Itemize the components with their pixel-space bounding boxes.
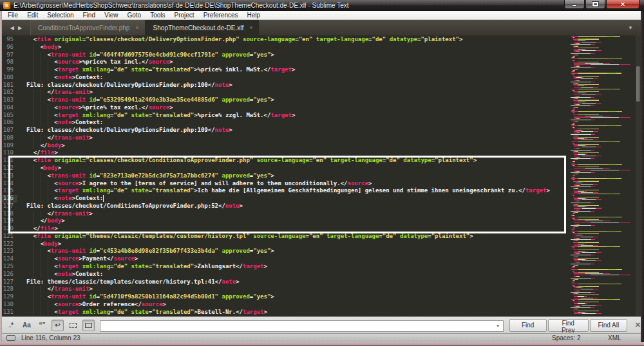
tab-conditionstoapprovefinder.php[interactable]: ConditionsToApproveFinder.php× — [30, 20, 146, 35]
line-number[interactable]: 101 — [2, 82, 17, 89]
code-line[interactable]: 96 <body> — [2, 44, 641, 51]
tab-back-icon[interactable]: ◀ — [10, 25, 14, 31]
tab-nav-arrows[interactable]: ◀▶ — [2, 20, 30, 35]
code-text[interactable]: <target xml:lang="de" state="translated"… — [17, 187, 550, 195]
code-text[interactable]: </trans-unit> — [17, 89, 93, 96]
code-line[interactable]: 125 <target xml:lang="de" state="transla… — [2, 263, 641, 271]
code-text[interactable]: <body> — [17, 165, 61, 172]
code-line[interactable]: 130 <source>Order reference</source> — [2, 301, 641, 309]
code-text[interactable]: <file original="themes/classic/templates… — [17, 233, 473, 241]
code-line[interactable]: 99 <target xml:lang="de" state="translat… — [2, 66, 641, 74]
code-text[interactable]: <note>Context: — [17, 119, 103, 127]
code-text[interactable]: File: themes/classic/templates/customer/… — [17, 278, 240, 286]
line-number[interactable]: 119 — [2, 217, 17, 225]
line-number[interactable]: 124 — [2, 255, 17, 263]
case-sensitive-toggle[interactable]: Aa — [21, 320, 33, 331]
code-line[interactable]: 106 <note>Context: — [2, 119, 641, 127]
minimize-button[interactable] — [564, 0, 585, 9]
code-line[interactable]: 95 <file original="classes/checkout/Deli… — [2, 36, 641, 44]
line-number[interactable]: 106 — [2, 119, 17, 127]
code-line[interactable]: 131 <target xml:lang="de" state="transla… — [2, 309, 641, 316]
line-number[interactable]: 109 — [2, 142, 17, 150]
line-number[interactable]: 98 — [2, 59, 17, 66]
indentation-setting[interactable]: Spaces: 2 — [552, 334, 580, 341]
code-line[interactable]: 114 <source>I agree to the [terms of ser… — [2, 180, 641, 188]
code-line[interactable]: 100 <note>Context: — [2, 74, 641, 82]
scrollbar-thumb[interactable] — [636, 66, 640, 102]
code-text[interactable]: <source>Order reference</source> — [17, 301, 166, 309]
tab-close-icon[interactable]: × — [135, 24, 138, 31]
title-bar[interactable]: S E:\Arbeit\grosser\MedHerbsShopSchweiz\… — [0, 0, 644, 11]
line-number[interactable]: 128 — [2, 286, 17, 293]
code-text[interactable]: </file> — [17, 225, 58, 233]
line-number[interactable]: 114 — [2, 180, 17, 188]
code-line[interactable]: 101File: classes/checkout/DeliveryOption… — [2, 82, 641, 89]
code-line[interactable]: 116 <note>Context: — [2, 195, 641, 203]
code-text[interactable]: <trans-unit id="823e713a0e72b5dc3d75a71a… — [17, 172, 274, 180]
code-line[interactable]: 111 <file original="classes/checkout/Con… — [2, 157, 641, 165]
find-prev-button[interactable]: Find Prev — [548, 319, 589, 332]
menu-file[interactable]: File — [3, 11, 23, 20]
code-text[interactable]: <target xml:lang="de" state="translated"… — [17, 112, 295, 120]
code-line[interactable]: 128 </trans-unit> — [2, 286, 641, 293]
code-line[interactable]: 118 </trans-unit> — [2, 210, 641, 218]
tab-forward-icon[interactable]: ▶ — [18, 25, 22, 31]
code-line[interactable]: 121 <file original="themes/classic/templ… — [2, 233, 641, 241]
tab-overflow-icon[interactable]: ▼ — [628, 25, 633, 31]
code-line[interactable]: 117File: classes/checkout/ConditionsToAp… — [2, 203, 641, 210]
code-text[interactable]: <file original="classes/checkout/Conditi… — [17, 157, 477, 165]
code-text[interactable]: <source>Payment</source> — [17, 255, 138, 263]
line-number[interactable]: 123 — [2, 248, 17, 255]
code-line[interactable]: 112 <body> — [2, 165, 641, 172]
find-button[interactable]: Find — [509, 319, 547, 332]
code-line[interactable]: 127File: themes/classic/templates/custom… — [2, 278, 641, 286]
code-line[interactable]: 110 </file> — [2, 149, 641, 157]
wrap-toggle[interactable]: ↩ — [52, 320, 64, 331]
code-text[interactable]: <note>Context: — [17, 195, 103, 203]
find-panel-close-icon[interactable]: ✕ — [635, 321, 641, 329]
line-number[interactable]: 112 — [2, 165, 17, 172]
menu-find[interactable]: Find — [79, 11, 100, 20]
code-line[interactable]: 119 </body> — [2, 217, 641, 225]
line-number[interactable]: 125 — [2, 263, 17, 271]
line-number[interactable]: 120 — [2, 225, 17, 233]
line-number[interactable]: 115 — [2, 187, 17, 195]
line-number[interactable]: 126 — [2, 271, 17, 278]
scrollbar-track[interactable] — [636, 35, 641, 316]
panel-toggle-icon[interactable] — [6, 335, 15, 341]
code-line[interactable]: 126 <note>Context: — [2, 271, 641, 278]
line-number[interactable]: 105 — [2, 112, 17, 120]
code-line[interactable]: 124 <source>Payment</source> — [2, 255, 641, 263]
line-number[interactable]: 102 — [2, 89, 17, 96]
code-text[interactable]: </trans-unit> — [17, 286, 93, 293]
line-number[interactable]: 121 — [2, 233, 17, 241]
line-number[interactable]: 107 — [2, 127, 17, 134]
line-number[interactable]: 127 — [2, 278, 17, 286]
code-text[interactable]: <source>%price% tax incl.</source> — [17, 59, 173, 66]
code-line[interactable]: 104 <source>%price% tax excl.</source> — [2, 104, 641, 112]
code-line[interactable]: 113 <trans-unit id="823e713a0e72b5dc3d75… — [2, 172, 641, 180]
code-line[interactable]: 115 <target xml:lang="de" state="transla… — [2, 187, 641, 195]
menu-project[interactable]: Project — [170, 11, 199, 20]
code-line[interactable]: 105 <target xml:lang="de" state="transla… — [2, 112, 641, 120]
in-selection-toggle[interactable] — [67, 320, 79, 331]
menu-edit[interactable]: Edit — [23, 11, 43, 20]
code-text[interactable]: <note>Context: — [17, 74, 103, 82]
code-text[interactable]: <body> — [17, 44, 61, 51]
code-text[interactable]: <body> — [17, 241, 61, 248]
code-line[interactable]: 97 <trans-unit id="464f47d6975750e4cbd91… — [2, 51, 641, 59]
line-number[interactable]: 111 — [2, 157, 17, 165]
maximize-button[interactable] — [585, 0, 605, 9]
code-text[interactable]: </trans-unit> — [17, 210, 93, 218]
line-number[interactable]: 116 — [2, 195, 17, 203]
code-line[interactable]: 123 <trans-unit id="c453a4b8e8d98e82f35b… — [2, 248, 641, 255]
code-editor[interactable]: 95 <file original="classes/checkout/Deli… — [2, 35, 641, 316]
line-number[interactable]: 95 — [2, 36, 17, 44]
code-text[interactable]: <note>Context: — [17, 271, 103, 278]
line-number[interactable]: 117 — [2, 203, 17, 210]
code-text[interactable]: <source>I agree to the [terms of service… — [17, 180, 372, 188]
code-text[interactable]: <target xml:lang="de" state="translated"… — [17, 66, 295, 74]
code-text[interactable]: </trans-unit> — [17, 134, 93, 142]
code-text[interactable]: <trans-unit id="5d4710f9a8250b13164a82c9… — [17, 293, 274, 301]
code-text[interactable]: </body> — [17, 142, 65, 150]
